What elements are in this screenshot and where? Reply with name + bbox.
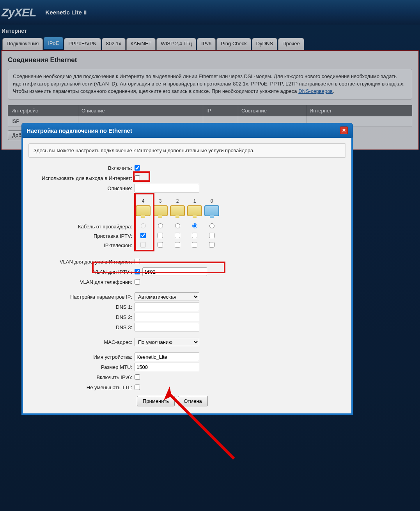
label-ip-phone: IP-телефон: [28, 242, 135, 248]
rj45-port-icon [187, 205, 202, 216]
port-num-2: 2 [169, 198, 186, 204]
vlan-inet-checkbox[interactable] [135, 259, 140, 264]
rj45-port-icon [204, 205, 219, 216]
port-num-1: 1 [186, 198, 203, 204]
label-use-internet: Использовать для выхода в Интернет: [28, 175, 135, 181]
isp-radio-0[interactable] [209, 223, 214, 228]
label-ip-params: Настройка параметров IP: [28, 294, 135, 300]
label-isp-cable: Кабель от провайдера: [28, 224, 135, 230]
label-vlan-inet: VLAN для доступа в Интернет: [28, 259, 135, 265]
label-dns1: DNS 1: [28, 304, 135, 310]
isp-radio-2[interactable] [175, 223, 180, 228]
label-dns3: DNS 3: [28, 324, 135, 330]
mtu-input[interactable] [135, 363, 199, 371]
label-vlan-iptv: VLAN для IPTV : [28, 269, 135, 275]
label-mtu: Размер MTU: [28, 364, 135, 370]
enable-checkbox[interactable] [135, 165, 140, 171]
label-iptv-box: Приставка IPTV: [28, 233, 135, 239]
phone-chk-1[interactable] [192, 242, 197, 247]
use-internet-checkbox[interactable] [135, 175, 140, 181]
modal-body: Здесь вы можете настроить подключение к … [21, 138, 353, 415]
ipv6-checkbox[interactable] [135, 374, 140, 380]
label-dns2: DNS 2: [28, 314, 135, 320]
mac-select[interactable]: По умолчанию [135, 338, 199, 346]
phone-chk-0[interactable] [209, 242, 214, 247]
iptv-chk-0[interactable] [209, 233, 214, 238]
vlan-iptv-checkbox[interactable] [135, 269, 140, 274]
isp-radio-3[interactable] [158, 223, 163, 228]
iptv-chk-3[interactable] [158, 233, 163, 238]
label-devname: Имя устройства: [28, 354, 135, 360]
label-ttl: Не уменьшать TTL: [28, 385, 135, 390]
label-enable: Включить: [28, 165, 135, 171]
label-mac: MAC-адрес: [28, 339, 135, 345]
dns3-input[interactable] [135, 323, 199, 331]
close-icon[interactable]: ✕ [340, 126, 348, 134]
dns1-input[interactable] [135, 303, 199, 311]
label-description: Описание: [28, 185, 135, 191]
phone-chk-4[interactable] [140, 242, 146, 247]
port-num-0: 0 [203, 198, 220, 204]
dns2-input[interactable] [135, 313, 199, 321]
ports-header: 4 3 2 1 0 [135, 198, 346, 222]
rj45-port-icon [153, 205, 168, 216]
apply-button[interactable]: Применить [137, 396, 175, 406]
ip-params-select[interactable]: Автоматическая [135, 292, 199, 301]
modal-header: Настройка подключения по Ethernet ✕ [21, 123, 353, 138]
rj45-port-icon [170, 205, 185, 216]
cancel-button[interactable]: Отмена [178, 396, 208, 406]
label-vlan-tel: VLAN для телефонии: [28, 279, 135, 285]
iptv-chk-4[interactable] [140, 233, 146, 238]
rj45-port-icon [136, 205, 151, 216]
vlan-iptv-input[interactable] [142, 267, 207, 276]
modal-title: Настройка подключения по Ethernet [27, 127, 132, 134]
port-num-4: 4 [135, 198, 152, 204]
iptv-chk-1[interactable] [192, 233, 197, 238]
phone-chk-2[interactable] [175, 242, 180, 247]
port-num-3: 3 [152, 198, 169, 204]
isp-radio-1[interactable] [192, 223, 197, 228]
description-input[interactable] [135, 184, 199, 192]
ttl-checkbox[interactable] [135, 385, 140, 390]
modal-ethernet-settings: Настройка подключения по Ethernet ✕ Здес… [21, 123, 353, 415]
phone-chk-3[interactable] [158, 242, 163, 247]
isp-radio-4[interactable] [141, 223, 146, 228]
vlan-tel-checkbox[interactable] [135, 279, 140, 285]
devname-input[interactable] [135, 353, 199, 361]
label-ipv6: Включить IPv6: [28, 374, 135, 380]
modal-info: Здесь вы можете настроить подключение к … [28, 143, 346, 158]
iptv-chk-2[interactable] [175, 233, 180, 238]
